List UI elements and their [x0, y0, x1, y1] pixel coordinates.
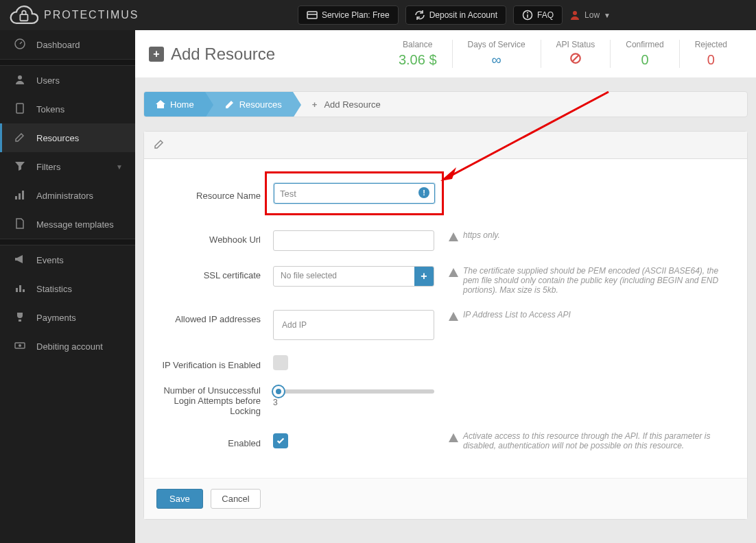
warning-icon — [448, 433, 459, 444]
bars-icon — [14, 189, 27, 202]
topbar: PROTECTIMUS Service Plan: Free Deposit i… — [0, 0, 756, 30]
ban-icon — [556, 52, 595, 68]
plus-icon: + — [312, 99, 318, 110]
save-button[interactable]: Save — [156, 489, 203, 509]
svg-rect-15 — [19, 285, 21, 292]
sidebar-item-payments[interactable]: Payments — [0, 303, 135, 332]
chart-icon — [14, 282, 27, 295]
sidebar-label: Debiting account — [36, 341, 103, 352]
gauge-icon — [14, 38, 27, 51]
stat-days: Days of Service ∞ — [452, 40, 541, 68]
money-icon — [14, 340, 27, 352]
megaphone-icon — [14, 254, 27, 266]
sidebar-label: Dashboard — [36, 40, 80, 50]
chevron-down-icon: ▼ — [604, 12, 611, 19]
attempts-slider[interactable] — [273, 389, 434, 394]
sidebar-item-administrators[interactable]: Administrators — [0, 181, 135, 210]
warning-icon — [448, 311, 459, 322]
sidebar-separator — [0, 239, 135, 245]
user-menu[interactable]: Low ▼ — [569, 10, 611, 21]
svg-rect-10 — [16, 104, 23, 113]
svg-point-6 — [573, 11, 577, 15]
user-icon — [14, 74, 27, 86]
svg-rect-16 — [23, 289, 25, 292]
panel-footer: Save Cancel — [144, 478, 747, 519]
warning-icon — [448, 232, 459, 243]
slider-handle[interactable] — [272, 385, 285, 398]
page-header: + Add Resource Balance 3.06 $ Days of Se… — [135, 30, 756, 77]
webhook-input[interactable] — [273, 230, 434, 251]
breadcrumb-resources[interactable]: Resources — [205, 92, 293, 117]
sidebar-label: Message templates — [36, 219, 114, 230]
attempts-value: 3 — [273, 398, 434, 407]
sidebar-item-statistics[interactable]: Statistics — [0, 274, 135, 303]
sidebar-item-tokens[interactable]: Tokens — [0, 95, 135, 123]
brand-text: PROTECTIMUS — [44, 9, 139, 21]
ssl-label: SSL certificate — [156, 266, 273, 280]
sidebar-label: Events — [36, 255, 64, 265]
svg-line-8 — [20, 42, 22, 44]
svg-point-9 — [18, 75, 22, 80]
sidebar-item-events[interactable]: Events — [0, 245, 135, 274]
svg-rect-1 — [307, 12, 317, 19]
check-icon — [276, 436, 285, 446]
funnel-icon — [14, 160, 27, 173]
breadcrumb-current: + Add Resource — [293, 92, 392, 117]
svg-rect-12 — [19, 193, 21, 200]
cancel-button[interactable]: Cancel — [211, 489, 260, 509]
sidebar-label: Statistics — [36, 284, 72, 294]
form-panel: Resource Name ! Webhook Url https only. — [143, 131, 748, 520]
ip-verification-toggle[interactable] — [273, 355, 288, 370]
attempts-label: Number of Unsuccessful Login Attempts be… — [156, 385, 273, 416]
sidebar-label: Administrators — [36, 191, 93, 201]
sidebar-separator — [0, 59, 135, 66]
ip-help: IP Address List to Access API — [434, 310, 735, 322]
sidebar: Dashboard Users Tokens Resources Filters… — [0, 30, 135, 543]
sidebar-item-users[interactable]: Users — [0, 66, 135, 95]
sidebar-label: Payments — [36, 313, 76, 323]
breadcrumb-home[interactable]: Home — [144, 92, 205, 117]
sidebar-item-templates[interactable]: Message templates — [0, 210, 135, 239]
user-icon — [569, 10, 580, 21]
ssl-help: The certificate supplied should be PEM e… — [434, 266, 735, 295]
deposit-button[interactable]: Deposit in Account — [405, 5, 506, 25]
ssl-file-input[interactable]: No file selected + — [273, 266, 434, 287]
enabled-label: Enabled — [156, 434, 273, 448]
warning-icon — [448, 267, 459, 278]
stat-api: API Status — [541, 40, 611, 68]
enabled-toggle[interactable] — [273, 433, 288, 448]
ip-addresses-input[interactable]: Add IP — [273, 310, 434, 340]
webhook-label: Webhook Url — [156, 230, 273, 245]
sidebar-item-resources[interactable]: Resources — [0, 123, 135, 152]
plus-icon: + — [149, 47, 164, 62]
file-add-button[interactable]: + — [414, 267, 434, 286]
info-icon — [522, 10, 533, 21]
cloud-lock-icon — [8, 4, 38, 26]
stat-rejected: Rejected 0 — [679, 40, 742, 68]
faq-button[interactable]: FAQ — [513, 5, 563, 25]
stat-confirmed: Confirmed 0 — [610, 40, 678, 68]
refresh-icon — [414, 10, 425, 21]
sidebar-item-filters[interactable]: Filters ▼ — [0, 152, 135, 181]
edit-icon — [224, 99, 235, 110]
info-icon[interactable]: ! — [418, 187, 429, 198]
sidebar-label: Tokens — [36, 104, 64, 114]
brand-logo: PROTECTIMUS — [8, 4, 139, 26]
document-icon — [14, 218, 27, 230]
ipverify-label: IP Verification is Enabled — [156, 356, 273, 370]
card-icon — [307, 10, 318, 21]
highlight-box: ! — [265, 171, 444, 215]
home-icon — [155, 99, 166, 110]
svg-rect-11 — [15, 196, 17, 200]
trophy-icon — [14, 311, 27, 324]
service-plan-button[interactable]: Service Plan: Free — [298, 5, 399, 25]
sidebar-label: Users — [36, 75, 60, 86]
stat-balance: Balance 3.06 $ — [383, 40, 452, 68]
sidebar-item-debiting[interactable]: Debiting account — [0, 332, 135, 361]
resource-name-input[interactable] — [274, 183, 435, 204]
sidebar-item-dashboard[interactable]: Dashboard — [0, 30, 135, 59]
header-stats: Balance 3.06 $ Days of Service ∞ API Sta… — [383, 40, 742, 68]
resource-name-label: Resource Name — [156, 186, 273, 201]
edit-icon — [154, 138, 165, 149]
webhook-help: https only. — [434, 230, 735, 243]
